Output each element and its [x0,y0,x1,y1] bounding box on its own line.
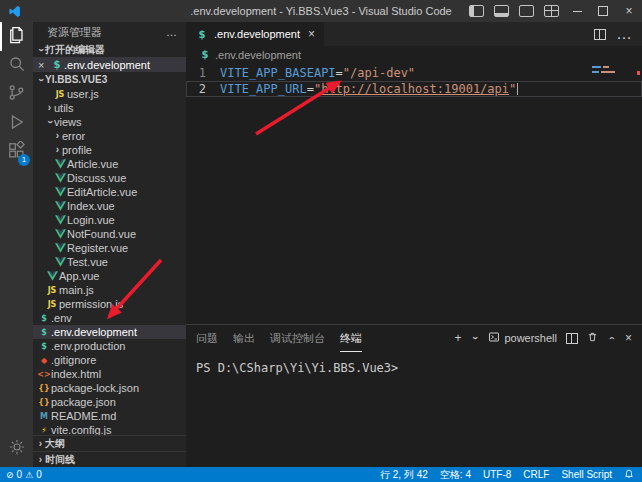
tree-item-label: .env.production [51,340,125,352]
tree-item-main.js[interactable]: JSmain.js [33,283,186,297]
breadcrumb[interactable]: $ .env.development [186,46,642,63]
split-terminal-icon[interactable] [566,333,578,344]
open-editor-item[interactable]: × $ .env.development [33,57,186,72]
tree-item-vite.config.js[interactable]: ⚡vite.config.js [33,423,186,435]
shell-label: powershell [504,332,557,344]
close-icon[interactable]: × [308,27,315,41]
open-editors-header[interactable]: › 打开的编辑器 [33,42,186,57]
tree-item-README.md[interactable]: MREADME.md [33,409,186,423]
tab-actions: … [594,22,642,46]
tree-item-package-lock.json[interactable]: {}package-lock.json [33,381,186,395]
encoding[interactable]: UTF-8 [483,469,511,480]
new-terminal-icon[interactable]: + [454,331,461,345]
terminal-output[interactable]: PS D:\CSharp\Yi\Yi.BBS.Vue3> [186,351,642,375]
customize-layout-icon[interactable] [544,5,559,17]
env-icon: $ [37,314,51,323]
tree-item-.env[interactable]: $.env [33,311,186,325]
tree-item-label: Article.vue [67,158,118,170]
toggle-panel-icon[interactable] [494,5,509,17]
tree-item-label: index.html [51,368,101,380]
tree-item-Article.vue[interactable]: Article.vue [33,157,186,171]
tree-item-profile[interactable]: ›profile [33,143,186,157]
indentation[interactable]: 空格: 4 [440,468,471,482]
code-line-1[interactable]: 1VITE_APP_BASEAPI="/api-dev" [186,65,642,81]
tree-item-label: App.vue [59,270,99,282]
tab-output[interactable]: 输出 [233,325,255,351]
tree-item-Login.vue[interactable]: Login.vue [33,213,186,227]
tree-item-Test.vue[interactable]: Test.vue [33,255,186,269]
toggle-secondary-sidebar-icon[interactable] [519,5,534,17]
minimize-icon [573,11,582,12]
code-text: VITE_APP_URL="http://localhost:19001/api… [220,81,518,97]
breadcrumb-label: .env.development [215,49,301,61]
chevron-right-icon: › [36,439,45,449]
notifications-bell-icon[interactable] [624,468,634,481]
vite-icon: ⚡ [37,426,51,435]
error-icon: ⊘ [6,470,14,480]
activity-settings[interactable] [0,434,33,463]
chevron-down-icon[interactable]: › [470,334,480,343]
toggle-primary-sidebar-icon[interactable] [469,5,484,17]
activity-explorer[interactable] [0,22,33,51]
vue-icon [53,201,67,211]
tree-item-App.vue[interactable]: App.vue [33,269,186,283]
problems-status[interactable]: ⊘ 0 ⚠ 0 [6,469,42,480]
maximize-icon [598,6,608,16]
more-actions-icon[interactable]: … [166,26,178,38]
timeline-section[interactable]: › 时间线 [33,451,186,467]
activity-source-control[interactable] [0,80,33,109]
timeline-label: 时间线 [45,453,75,467]
tree-item-.gitignore[interactable]: ◆.gitignore [33,353,186,367]
tree-item-Register.vue[interactable]: Register.vue [33,241,186,255]
split-editor-icon[interactable] [594,29,606,40]
code-editor[interactable]: 1VITE_APP_BASEAPI="/api-dev"2VITE_APP_UR… [186,63,642,324]
tree-item-.env.production[interactable]: $.env.production [33,339,186,353]
tree-item-.env.development[interactable]: $.env.development [33,325,186,339]
tree-item-utils[interactable]: ›utils [33,101,186,115]
title-bar: .env.development - Yi.BBS.Vue3 - Visual … [0,0,642,22]
tree-item-index.html[interactable]: <>index.html [33,367,186,381]
tree-item-views[interactable]: ›views [33,115,186,129]
tab-debug-console[interactable]: 调试控制台 [270,325,325,351]
tree-item-permission.js[interactable]: JSpermission.js [33,297,186,311]
tab-problems[interactable]: 问题 [196,325,218,351]
vue-icon [53,229,67,239]
code-line-2[interactable]: 2VITE_APP_URL="http://localhost:19001/ap… [186,81,642,97]
close-panel-icon[interactable]: × [625,331,632,345]
activity-extensions[interactable]: 1 [0,138,33,167]
env-icon: $ [198,49,212,60]
terminal-icon [488,331,500,345]
js-icon: JS [53,90,67,99]
gear-icon [8,438,26,460]
maximize-panel-icon[interactable]: › [606,334,616,343]
activity-run-debug[interactable] [0,109,33,138]
file-tree: JSuser.js›utils›views›error›profileArtic… [33,87,186,435]
tree-item-user.js[interactable]: JSuser.js [33,87,186,101]
files-icon [7,25,27,49]
close-button[interactable]: × [616,0,642,22]
activity-search[interactable] [0,51,33,80]
language-mode[interactable]: Shell Script [561,469,612,480]
project-section-header[interactable]: › YI.BBS.VUE3 [33,72,186,87]
close-icon: × [625,5,632,17]
tree-item-error[interactable]: ›error [33,129,186,143]
close-icon[interactable]: × [38,59,50,71]
minimap[interactable] [592,66,628,76]
cursor-position[interactable]: 行 2, 列 42 [380,468,428,482]
terminal-shell-selector[interactable]: powershell [488,331,557,345]
chevron-right-icon: › [53,145,62,155]
trash-icon[interactable] [587,331,598,346]
tree-item-Index.vue[interactable]: Index.vue [33,199,186,213]
tree-item-NotFound.vue[interactable]: NotFound.vue [33,227,186,241]
eol-sequence[interactable]: CRLF [523,469,549,480]
tree-item-package.json[interactable]: {}package.json [33,395,186,409]
maximize-button[interactable] [590,0,616,22]
project-label: YI.BBS.VUE3 [45,74,107,85]
tree-item-Discuss.vue[interactable]: Discuss.vue [33,171,186,185]
tab-env-development[interactable]: $ .env.development × [186,22,324,46]
tree-item-EditArticle.vue[interactable]: EditArticle.vue [33,185,186,199]
minimize-button[interactable] [564,0,590,22]
tab-terminal[interactable]: 终端 [340,325,362,352]
more-actions-icon[interactable]: … [616,25,632,43]
outline-section[interactable]: › 大纲 [33,435,186,451]
